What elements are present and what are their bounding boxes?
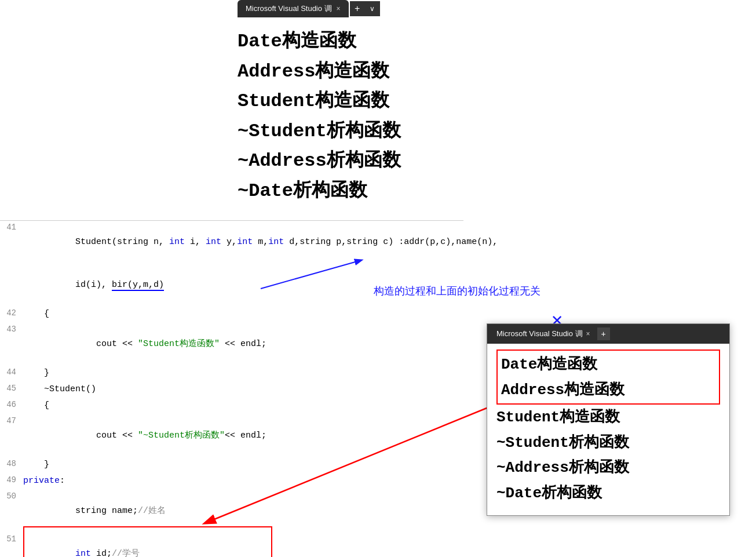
code-line-51: 51 int id;//学号 bbox=[0, 533, 463, 557]
line-num-45: 45 bbox=[0, 383, 23, 393]
top-tab-label: Microsoft Visual Studio 调 bbox=[246, 3, 332, 14]
output-line-1: Date构造函数 bbox=[238, 26, 401, 56]
popup-line-4: ~Student析构函数 bbox=[496, 430, 720, 456]
line-content-41: Student(string n, int i, int y,int m,int… bbox=[23, 221, 498, 263]
line-num-43: 43 bbox=[0, 323, 23, 334]
code-line-44: 44 } bbox=[0, 366, 463, 382]
line-num-41: 41 bbox=[0, 221, 23, 232]
popup-line-3: Student构造函数 bbox=[496, 405, 720, 430]
output-line-5: ~Address析构函数 bbox=[238, 145, 401, 176]
code-line-49: 49 private: bbox=[0, 474, 463, 490]
popup-line-5: ~Address析构函数 bbox=[496, 455, 720, 480]
popup-line-1: Date构造函数 bbox=[501, 352, 715, 377]
popup-window: Microsoft Visual Studio 调 × + Date构造函数 A… bbox=[487, 323, 730, 516]
line-num-50: 50 bbox=[0, 490, 23, 501]
popup-content: Date构造函数 Address构造函数 Student构造函数 ~Studen… bbox=[487, 344, 729, 515]
popup-tab-close[interactable]: × bbox=[586, 330, 590, 338]
console-output-top: Date构造函数 Address构造函数 Student构造函数 ~Studen… bbox=[238, 26, 401, 206]
top-tab[interactable]: Microsoft Visual Studio 调 × bbox=[238, 0, 349, 17]
output-line-3: Student构造函数 bbox=[238, 86, 401, 116]
line-content-46: { bbox=[23, 399, 463, 413]
output-line-2: Address构造函数 bbox=[238, 56, 401, 86]
line-num-49: 49 bbox=[0, 474, 23, 485]
popup-plus-button[interactable]: + bbox=[597, 327, 610, 340]
output-line-6: ~Date析构函数 bbox=[238, 176, 401, 206]
line-content-42: { bbox=[23, 307, 463, 321]
line-num-46: 46 bbox=[0, 399, 23, 409]
code-line-43: 43 cout << "Student构造函数" << endl; bbox=[0, 323, 463, 366]
code-line-48: 48 } bbox=[0, 457, 463, 474]
line-content-51: int id;//学号 bbox=[23, 533, 463, 557]
code-editor: 41 Student(string n, int i, int y,int m,… bbox=[0, 220, 463, 557]
line-num-42: 42 bbox=[0, 307, 23, 318]
line-num-47: 47 bbox=[0, 415, 23, 425]
tab-plus-button[interactable]: + bbox=[350, 1, 365, 16]
line-num-41b bbox=[0, 264, 23, 265]
code-line-46: 46 { bbox=[0, 398, 463, 414]
line-content-50: string name;//姓名 bbox=[23, 490, 463, 532]
tab-chevron-button[interactable]: ∨ bbox=[365, 1, 380, 16]
popup-tab-bar: Microsoft Visual Studio 调 × + bbox=[487, 324, 729, 344]
popup-line-2: Address构造函数 bbox=[501, 377, 715, 403]
line-num-44: 44 bbox=[0, 366, 23, 377]
top-tab-close[interactable]: × bbox=[337, 5, 341, 13]
code-line-42: 42 { bbox=[0, 307, 463, 323]
line-content-48: } bbox=[23, 458, 463, 472]
code-line-41: 41 Student(string n, int i, int y,int m,… bbox=[0, 221, 463, 264]
line-num-51: 51 bbox=[0, 533, 23, 544]
line-num-48: 48 bbox=[0, 458, 23, 468]
line-content-49: private: bbox=[23, 474, 463, 488]
line-content-43: cout << "Student构造函数" << endl; bbox=[23, 323, 463, 365]
popup-highlight-box: Date构造函数 Address构造函数 bbox=[496, 350, 720, 405]
line-content-45: ~Student() bbox=[23, 383, 463, 396]
line-content-44: } bbox=[23, 366, 463, 380]
popup-tab-label: Microsoft Visual Studio 调 bbox=[496, 329, 583, 339]
annotation-blue-text: 构造的过程和上面的初始化过程无关 bbox=[374, 284, 540, 298]
popup-line-6: ~Date析构函数 bbox=[496, 480, 720, 506]
code-line-50: 50 string name;//姓名 bbox=[0, 490, 463, 533]
line-content-47: cout << "~Student析构函数"<< endl; bbox=[23, 415, 463, 457]
popup-tab[interactable]: Microsoft Visual Studio 调 × bbox=[491, 326, 596, 341]
code-line-45: 45 ~Student() bbox=[0, 382, 463, 398]
output-line-4: ~Student析构函数 bbox=[238, 116, 401, 146]
top-tab-bar: Microsoft Visual Studio 调 × + ∨ bbox=[238, 0, 380, 17]
code-line-47: 47 cout << "~Student析构函数"<< endl; bbox=[0, 414, 463, 457]
